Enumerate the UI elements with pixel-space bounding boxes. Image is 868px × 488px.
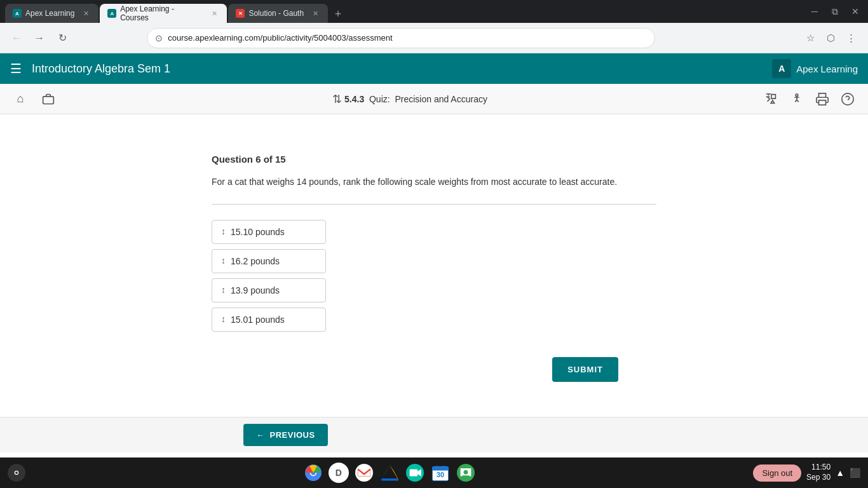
sort-item-3[interactable]: ↕ 13.9 pounds [212, 278, 326, 302]
drag-handle-4: ↕ [221, 316, 226, 323]
wifi-icon: ▲ [836, 468, 844, 478]
taskbar-date: Sep 30 [806, 473, 831, 483]
course-title: Introductory Algebra Sem 1 [32, 62, 772, 76]
sort-item-4[interactable]: ↕ 15.01 pounds [212, 308, 326, 332]
left-arrow-icon: ← [256, 430, 265, 440]
divider [212, 204, 656, 205]
help-icon[interactable] [837, 89, 858, 109]
question-text: For a cat that weighs 14 pounds, rank th… [212, 175, 656, 189]
taskbar-drive-icon[interactable] [379, 463, 400, 483]
question-header: Question 6 of 15 [212, 154, 656, 165]
close-window-button[interactable]: ✕ [848, 4, 863, 19]
more-menu-icon[interactable]: ⋮ [843, 29, 860, 47]
svg-point-3 [842, 93, 853, 104]
svg-rect-15 [432, 469, 448, 471]
submit-button[interactable]: SUBMIT [552, 357, 618, 382]
sign-out-button[interactable]: Sign out [753, 464, 801, 482]
tab3-title: Solution - Gauth [248, 9, 304, 18]
bag-icon[interactable] [38, 89, 58, 109]
tab3-close[interactable]: ✕ [310, 8, 320, 18]
taskbar-gmail2-icon[interactable] [354, 463, 374, 483]
submit-area: SUBMIT [212, 357, 656, 382]
quiz-nav-title: 5.4.3 Quiz: Precision and Accuracy [344, 94, 487, 104]
taskbar-datetime: 11:50 Sep 30 [806, 463, 831, 482]
quiz-nav-bar: ⌂ ⇅ 5.4.3 Quiz: Precision and Accuracy [0, 84, 868, 114]
previous-button[interactable]: ← PREVIOUS [243, 424, 328, 446]
window-controls: ─ ⧉ ✕ [807, 4, 863, 19]
taskbar-calendar-icon[interactable]: 30 [430, 463, 451, 483]
taskbar-gmail-icon[interactable]: D [329, 463, 349, 483]
restore-button[interactable]: ⧉ [827, 4, 843, 19]
svg-rect-11 [409, 469, 417, 476]
new-tab-button[interactable]: + [329, 5, 347, 23]
prev-bar: ← PREVIOUS [0, 417, 868, 452]
sort-item-1-label: 15.10 pounds [231, 227, 285, 237]
tab2-close[interactable]: ✕ [210, 8, 220, 18]
extensions-icon[interactable]: ⬡ [822, 29, 840, 47]
address-bar: ← → ↻ ⊙ course.apexlearning.com/public/a… [0, 23, 868, 53]
translate-icon[interactable] [761, 89, 782, 109]
url-bar[interactable]: ⊙ course.apexlearning.com/public/activit… [147, 28, 655, 48]
secure-icon: ⊙ [155, 33, 163, 43]
svg-point-1 [796, 93, 798, 96]
bookmark-star-icon[interactable]: ☆ [802, 29, 820, 47]
refresh-button[interactable]: ↻ [53, 29, 71, 47]
svg-rect-22 [462, 475, 469, 477]
tab1-title: Apex Learning [25, 9, 74, 18]
quiz-nav-left: ⌂ [10, 89, 58, 109]
taskbar-classroom-icon[interactable] [456, 463, 476, 483]
browser-tab-3[interactable]: ✕ Solution - Gauth ✕ [228, 4, 328, 23]
forward-button[interactable]: → [31, 29, 48, 47]
address-right-controls: ☆ ⬡ ⋮ [802, 29, 860, 47]
sort-item-1[interactable]: ↕ 15.10 pounds [212, 220, 326, 244]
taskbar-meet-icon[interactable] [405, 463, 425, 483]
accessibility-icon[interactable] [787, 89, 807, 109]
browser-tab-1[interactable]: A Apex Learning ✕ [5, 4, 98, 23]
app-header: ☰ Introductory Algebra Sem 1 A Apex Lear… [0, 53, 868, 84]
drag-handle-1: ↕ [221, 229, 226, 235]
sort-item-2[interactable]: ↕ 16.2 pounds [212, 249, 326, 273]
quiz-nav-center: ⇅ 5.4.3 Quiz: Precision and Accuracy [66, 92, 754, 106]
svg-rect-0 [43, 96, 54, 104]
quiz-nav-right [761, 89, 858, 109]
hamburger-menu-icon[interactable]: ☰ [10, 61, 22, 76]
back-button[interactable]: ← [8, 29, 25, 47]
svg-rect-2 [819, 100, 826, 104]
sort-item-4-label: 15.01 pounds [231, 315, 285, 325]
drag-handle-3: ↕ [221, 287, 226, 294]
taskbar-launcher[interactable] [8, 464, 25, 482]
browser-tab-2[interactable]: A Apex Learning - Courses ✕ [100, 4, 227, 23]
taskbar-right: Sign out 11:50 Sep 30 ▲ ⬛ [753, 463, 860, 482]
battery-icon: ⬛ [850, 468, 860, 478]
taskbar-time: 11:50 [806, 463, 831, 473]
tab2-favicon: A [107, 9, 116, 18]
taskbar-chrome-icon[interactable] [303, 463, 323, 483]
main-content-area: Question 6 of 15 For a cat that weighs 1… [0, 114, 868, 421]
url-text: course.apexlearning.com/public/activity/… [168, 33, 392, 43]
svg-point-21 [463, 470, 468, 475]
sort-items-list: ↕ 15.10 pounds ↕ 16.2 pounds ↕ 13.9 poun… [212, 220, 326, 332]
tab3-favicon: ✕ [236, 9, 245, 18]
tab1-favicon: A [13, 9, 22, 18]
apex-logo-icon: A [772, 59, 791, 78]
question-container: Question 6 of 15 For a cat that weighs 1… [212, 133, 656, 402]
apex-logo-text: Apex Learning [796, 64, 858, 74]
apex-logo: A Apex Learning [772, 59, 858, 78]
svg-point-5 [15, 471, 18, 474]
tab1-close[interactable]: ✕ [81, 8, 91, 18]
previous-label: PREVIOUS [270, 430, 315, 440]
sort-item-2-label: 16.2 pounds [231, 256, 280, 266]
tab2-title: Apex Learning - Courses [120, 4, 203, 22]
sort-item-3-label: 13.9 pounds [231, 285, 280, 295]
svg-text:30: 30 [437, 471, 444, 478]
home-button[interactable]: ⌂ [10, 89, 31, 109]
minimize-button[interactable]: ─ [807, 4, 822, 19]
print-icon[interactable] [812, 89, 832, 109]
taskbar-apps: D [31, 463, 748, 483]
upload-icon: ⇅ [332, 92, 342, 106]
tab-bar: A Apex Learning ✕ A Apex Learning - Cour… [5, 0, 347, 23]
taskbar: D [0, 458, 868, 488]
drag-handle-2: ↕ [221, 258, 226, 264]
browser-titlebar: A Apex Learning ✕ A Apex Learning - Cour… [0, 0, 868, 23]
